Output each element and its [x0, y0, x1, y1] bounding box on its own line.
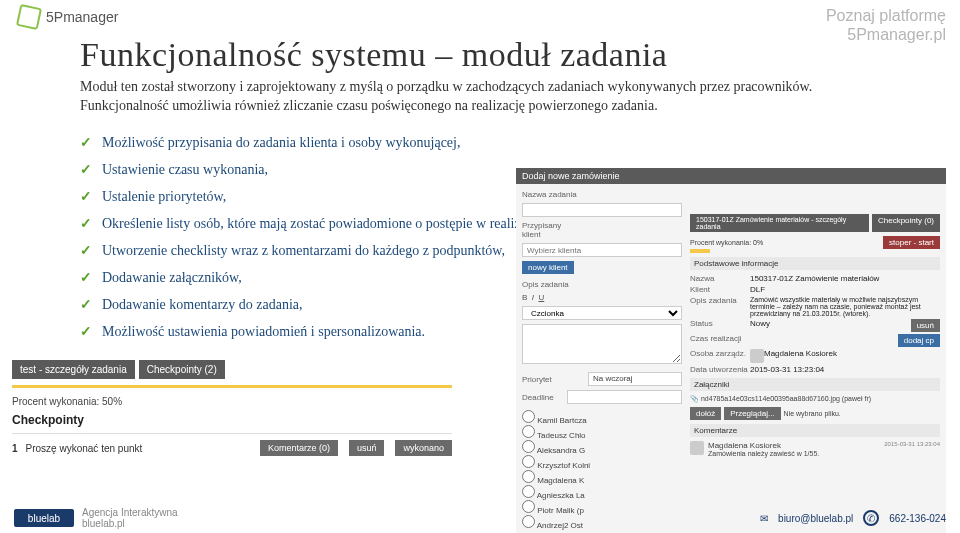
checkpoint-delete-button[interactable]: usuń	[349, 440, 385, 456]
checkpoint-text: Proszę wykonać ten punkt	[26, 443, 252, 454]
info-value: DLF	[750, 285, 940, 294]
section-attachments: Załączniki	[690, 378, 940, 391]
person-label: Agnieszka La	[537, 491, 585, 500]
info-key: Opis zadania	[690, 296, 750, 317]
avatar	[750, 349, 764, 363]
list-item-label: Ustawienie czasu wykonania,	[102, 162, 268, 177]
person-item[interactable]: Tadeusz Chlo	[522, 425, 682, 440]
info-value: 150317-01Z Zamówienie materiałów	[750, 274, 940, 283]
info-value: Magdalena Kosiorek	[764, 349, 940, 363]
footer: bluelab Agencja Interaktywna bluelab.pl …	[14, 507, 946, 529]
section-comments: Komentarze	[690, 424, 940, 437]
add-cp-button[interactable]: dodaj cp	[898, 334, 940, 347]
footer-agency-domain: bluelab.pl	[82, 518, 178, 529]
person-item[interactable]: Aleksandra G	[522, 440, 682, 455]
page-subtitle: Moduł ten został stworzony i zaprojektow…	[80, 78, 900, 116]
comment-date: 2015-03-31 13:23:04	[884, 441, 940, 450]
logo-5pmanager: 5P5Pmanagermanager	[18, 6, 118, 28]
section-basic-info: Podstawowe informacje	[690, 257, 940, 270]
page-title: Funkcjonalność systemu – moduł zadania	[80, 36, 946, 74]
checkpoint-done-button[interactable]: wykonano	[395, 440, 452, 456]
client-select[interactable]	[522, 243, 682, 257]
deadline-input[interactable]	[567, 390, 682, 404]
list-item-label: Dodawanie komentarzy do zadania,	[102, 297, 303, 312]
paperclip-icon: 📎	[690, 395, 699, 402]
radio-icon[interactable]	[522, 485, 535, 498]
info-value	[750, 334, 898, 347]
person-item[interactable]: Agnieszka La	[522, 485, 682, 500]
font-select[interactable]: Czcionka	[522, 306, 682, 320]
check-icon: ✓	[80, 189, 92, 204]
person-label: Magdalena K	[537, 476, 584, 485]
desc-label: Opis zadania	[522, 280, 582, 289]
info-value: Zamówić wszystkie materiały w możliwie n…	[750, 296, 940, 317]
person-item[interactable]: Krzysztof Kolni	[522, 455, 682, 470]
phone-icon: ✆	[863, 510, 879, 526]
progress-bar-right	[690, 249, 710, 253]
footer-agency-label: Agencja Interaktywna	[82, 507, 178, 518]
logo-text: 5P5Pmanagermanager	[46, 9, 118, 25]
info-key: Data utworzenia	[690, 365, 750, 374]
browse-button[interactable]: Przeglądaj...	[724, 407, 780, 420]
list-item-label: Możliwość ustawienia powiadomień i spers…	[102, 324, 425, 339]
check-icon: ✓	[80, 270, 92, 285]
person-item[interactable]: Kamil Bartcza	[522, 410, 682, 425]
info-key: Status	[690, 319, 750, 332]
priority-label: Priorytet	[522, 375, 582, 384]
person-label: Kamil Bartcza	[537, 416, 586, 425]
task-name-input[interactable]	[522, 203, 682, 217]
info-key: Nazwa	[690, 274, 750, 283]
checkpoints-heading: Checkpointy	[12, 413, 452, 427]
envelope-icon: ✉	[760, 513, 768, 524]
person-item[interactable]: Magdalena K	[522, 470, 682, 485]
new-client-button[interactable]: nowy klient	[522, 261, 574, 274]
person-label: Aleksandra G	[537, 446, 585, 455]
list-item-label: Dodawanie załączników,	[102, 270, 242, 285]
info-key: Klient	[690, 285, 750, 294]
tab-checkpoints[interactable]: Checkpointy (2)	[139, 360, 225, 379]
stoper-button[interactable]: stoper - start	[883, 236, 940, 249]
attach-button[interactable]: dołóż	[690, 407, 721, 420]
check-icon: ✓	[80, 135, 92, 150]
info-value: Nowy	[750, 319, 911, 332]
header-line1: Poznaj platformę	[826, 6, 946, 25]
person-label: Tadeusz Chlo	[537, 431, 585, 440]
priority-value[interactable]: Na wczoraj	[588, 372, 682, 386]
check-icon: ✓	[80, 324, 92, 339]
tab-checkpoints-right[interactable]: Checkpointy (0)	[872, 214, 940, 232]
list-item-label: Ustalenie priorytetów,	[102, 189, 226, 204]
check-icon: ✓	[80, 162, 92, 177]
footer-phone[interactable]: 662-136-024	[889, 513, 946, 524]
person-label: Krzysztof Kolni	[537, 461, 590, 470]
comment-author: Magdalena Kosiorek	[708, 441, 781, 450]
checkpoint-comments-button[interactable]: Komentarze (0)	[260, 440, 338, 456]
radio-icon[interactable]	[522, 440, 535, 453]
progress-label-right: Procent wykonania: 0%	[690, 239, 763, 246]
radio-icon[interactable]	[522, 410, 535, 423]
checkpoint-row: 1 Proszę wykonać ten punkt Komentarze (0…	[12, 433, 452, 462]
attachment-filename[interactable]: nd4785a14e03cs114e00395aa88d67160.jpg (p…	[701, 395, 871, 402]
info-key: Osoba zarządz.	[690, 349, 750, 363]
no-file-label: Nie wybrano pliku.	[784, 410, 841, 417]
form-header: Dodaj nowe zamówienie	[516, 168, 946, 184]
progress-bar	[12, 385, 452, 388]
check-icon: ✓	[80, 216, 92, 231]
radio-icon[interactable]	[522, 455, 535, 468]
delete-button[interactable]: usuń	[911, 319, 940, 332]
radio-icon[interactable]	[522, 425, 535, 438]
task-detail-snippet: test - szczegóły zadania Checkpointy (2)…	[12, 360, 452, 462]
radio-icon[interactable]	[522, 470, 535, 483]
list-item-label: Utworzenie checklisty wraz z komentarzam…	[102, 243, 505, 258]
cube-icon	[16, 4, 42, 30]
desc-textarea[interactable]	[522, 324, 682, 364]
check-icon: ✓	[80, 297, 92, 312]
info-value: 2015-03-31 13:23:04	[750, 365, 940, 374]
tab-task-details-right[interactable]: 150317-01Z Zamówienie materiałów - szcze…	[690, 214, 869, 232]
checkpoint-number: 1	[12, 443, 18, 454]
tab-task-details[interactable]: test - szczegóły zadania	[12, 360, 135, 379]
progress-label: Procent wykonania: 50%	[12, 396, 452, 407]
name-label: Nazwa zadania	[522, 190, 582, 199]
client-label: Przypisany klient	[522, 221, 582, 239]
avatar	[690, 441, 704, 455]
footer-email[interactable]: biuro@bluelab.pl	[778, 513, 853, 524]
